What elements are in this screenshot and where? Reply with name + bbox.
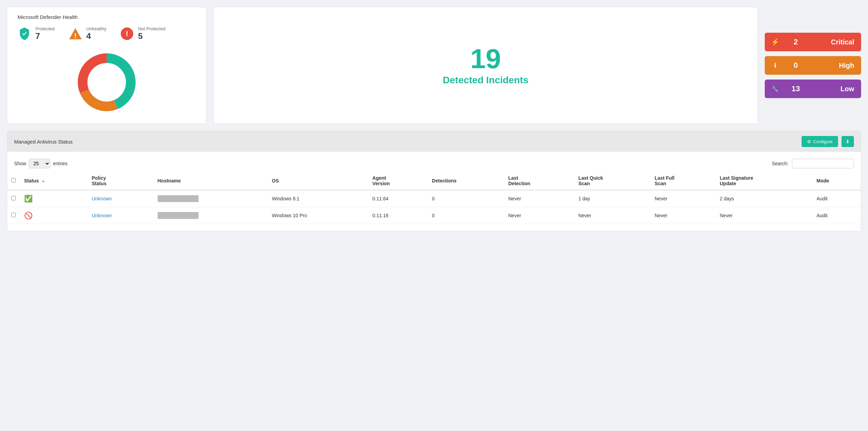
protected-label: Protected xyxy=(35,26,55,31)
table-wrapper: Status ▲ PolicyStatus Hostname OS AgentV… xyxy=(7,172,861,231)
critical-label: Critical xyxy=(806,33,861,51)
unhealthy-value: 4 xyxy=(86,31,107,41)
th-status: Status ▲ xyxy=(20,172,87,190)
row-last-full-scan: Never xyxy=(650,190,716,207)
th-last-sig-update: Last SignatureUpdate xyxy=(716,172,812,190)
low-badge: 🔧 13 Low xyxy=(765,80,861,98)
sort-asc-icon: ▲ xyxy=(42,179,45,183)
hostname-blurred: ████████ xyxy=(158,195,199,202)
show-entries: Show 25 50 100 entries xyxy=(14,159,67,168)
unhealthy-label: Unhealthy xyxy=(86,26,107,31)
donut-chart xyxy=(18,48,196,117)
row-detections: 0 xyxy=(428,190,504,207)
row-hostname: ████████ xyxy=(154,207,268,224)
row-mode: Audit xyxy=(812,190,861,207)
row-policy-status[interactable]: Unknown xyxy=(87,207,153,224)
defender-card-title: Microsoft Defender Health xyxy=(18,14,196,20)
row-last-sig-update: Never xyxy=(716,207,812,224)
header-actions: ⚙ Configure ⬇ xyxy=(802,136,854,147)
row-last-quick-scan: Never xyxy=(574,207,650,224)
row-checkbox[interactable] xyxy=(11,196,16,200)
critical-badge: ⚡ 2 Critical xyxy=(765,33,861,51)
th-last-detection: LastDetection xyxy=(504,172,574,190)
entries-select[interactable]: 25 50 100 xyxy=(29,159,50,168)
low-count: 13 xyxy=(785,80,806,98)
row-checkbox[interactable] xyxy=(11,213,16,217)
row-os: Windows 8.1 xyxy=(268,190,368,207)
low-icon: 🔧 xyxy=(765,80,785,98)
row-hostname: ████████ xyxy=(154,190,268,207)
protected-value: 7 xyxy=(35,31,55,41)
entries-label: entries xyxy=(53,161,67,166)
high-count: 0 xyxy=(785,56,806,75)
warning-icon: ! xyxy=(68,27,82,41)
critical-icon: ⚡ xyxy=(765,33,785,51)
table-row: ✅Unknown████████Windows 8.10.11.640Never… xyxy=(7,190,861,207)
download-button[interactable]: ⬇ xyxy=(841,136,854,147)
hostname-blurred: ████████ xyxy=(158,212,199,219)
search-label: Search: xyxy=(772,161,788,166)
stat-unhealthy: ! Unhealthy 4 xyxy=(68,26,107,41)
shield-icon xyxy=(18,27,31,41)
antivirus-section: Managed Antivirus Status ⚙ Configure ⬇ S… xyxy=(7,131,861,231)
row-last-detection: Never xyxy=(504,207,574,224)
svg-point-7 xyxy=(89,64,125,100)
row-last-detection: Never xyxy=(504,190,574,207)
table-row: 🚫Unknown████████Windows 10 Pro0.11.160Ne… xyxy=(7,207,861,224)
not-protected-value: 5 xyxy=(138,31,166,41)
row-mode: Audit xyxy=(812,207,861,224)
low-label: Low xyxy=(806,80,861,98)
row-last-full-scan: Never xyxy=(650,207,716,224)
row-agent-version: 0.11.64 xyxy=(368,190,428,207)
incidents-label: Detected Incidents xyxy=(443,75,529,86)
download-icon: ⬇ xyxy=(846,139,850,144)
status-error-icon: 🚫 xyxy=(24,212,33,219)
row-policy-status[interactable]: Unknown xyxy=(87,190,153,207)
th-policy-status: PolicyStatus xyxy=(87,172,153,190)
antivirus-header: Managed Antivirus Status ⚙ Configure ⬇ xyxy=(7,131,861,152)
th-detections: Detections xyxy=(428,172,504,190)
row-status: ✅ xyxy=(20,190,87,207)
svg-text:!: ! xyxy=(74,32,76,39)
table-controls: Show 25 50 100 entries Search: xyxy=(7,152,861,172)
antivirus-title: Managed Antivirus Status xyxy=(14,139,73,145)
status-ok-icon: ✅ xyxy=(24,195,33,202)
high-badge: ℹ 0 High xyxy=(765,56,861,75)
th-hostname: Hostname xyxy=(154,172,268,190)
search-area: Search: xyxy=(772,159,854,168)
not-protected-label: Not Protected xyxy=(138,26,166,31)
select-all-checkbox[interactable] xyxy=(11,178,16,182)
configure-button[interactable]: ⚙ Configure xyxy=(802,136,838,147)
th-last-full-scan: Last FullScan xyxy=(650,172,716,190)
svg-text:!: ! xyxy=(126,29,128,38)
th-last-quick-scan: Last QuickScan xyxy=(574,172,650,190)
antivirus-table: Status ▲ PolicyStatus Hostname OS AgentV… xyxy=(7,172,861,224)
show-label: Show xyxy=(14,161,26,166)
defender-health-card: Microsoft Defender Health Protected 7 xyxy=(7,7,207,124)
row-last-sig-update: 2 days xyxy=(716,190,812,207)
high-icon: ℹ xyxy=(765,56,785,75)
incidents-count: 19 xyxy=(443,45,529,73)
stat-not-protected: ! Not Protected 5 xyxy=(120,26,166,41)
row-agent-version: 0.11.16 xyxy=(368,207,428,224)
search-input[interactable] xyxy=(792,159,854,168)
row-detections: 0 xyxy=(428,207,504,224)
configure-label: Configure xyxy=(813,139,833,144)
high-label: High xyxy=(806,56,861,75)
critical-count: 2 xyxy=(785,33,806,51)
row-last-quick-scan: 1 day xyxy=(574,190,650,207)
incidents-panel: 19 Detected Incidents xyxy=(213,7,758,124)
severity-panel: ⚡ 2 Critical ℹ 0 High 🔧 13 Low xyxy=(765,7,861,124)
th-checkbox xyxy=(7,172,20,190)
error-icon: ! xyxy=(120,27,134,41)
th-os: OS xyxy=(268,172,368,190)
gear-icon: ⚙ xyxy=(807,139,811,144)
th-agent-version: AgentVersion xyxy=(368,172,428,190)
th-mode: Mode xyxy=(812,172,861,190)
stat-protected: Protected 7 xyxy=(18,26,55,41)
row-os: Windows 10 Pro xyxy=(268,207,368,224)
row-status: 🚫 xyxy=(20,207,87,224)
